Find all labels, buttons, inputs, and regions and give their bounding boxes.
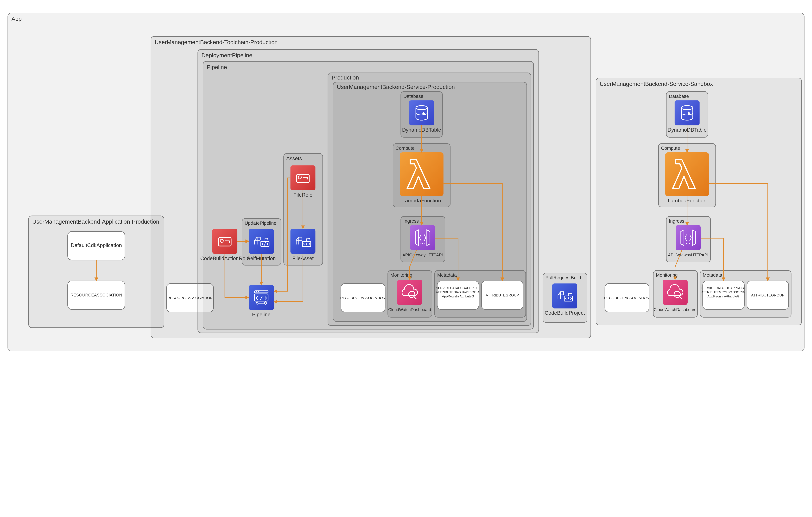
svg-point-11	[267, 238, 268, 240]
label-deployment-pipeline: DeploymentPipeline	[201, 52, 252, 58]
svg-rect-12	[290, 165, 315, 190]
container-application-production: UserManagementBackend-Application-Produc…	[29, 216, 164, 328]
svg-point-35	[570, 293, 572, 294]
label-toolchain: UserManagementBackend-Toolchain-Producti…	[154, 39, 278, 45]
label-assets: Assets	[286, 155, 302, 161]
label-pipeline-wrap: Pipeline	[207, 64, 227, 70]
container-sandbox: UserManagementBackend-Service-Sandbox RE…	[596, 78, 802, 325]
label-app: App	[11, 16, 22, 22]
label-sandbox: UserManagementBackend-Service-Sandbox	[600, 81, 713, 87]
svg-point-26	[258, 291, 259, 292]
text-sandbox-ra: RESOURCEASSOCIATION	[604, 296, 649, 300]
diagram-canvas: App UserManagementBackend-Application-Pr…	[0, 0, 812, 364]
label-update-pipeline: UpdatePipeline	[244, 220, 277, 226]
caption-codebuild-project: CodeBuildProject	[545, 310, 585, 316]
text-service-prod-ra: RESOURCEASSOCIATION	[340, 296, 385, 300]
container-toolchain: UserManagementBackend-Toolchain-Producti…	[151, 36, 591, 338]
svg-point-25	[256, 291, 257, 292]
text-app-prod-resourceassociation: RESOURCEASSOCIATION	[70, 293, 122, 297]
label-production: Production	[331, 74, 359, 81]
label-service-prod: UserManagementBackend-Service-Production	[337, 84, 455, 90]
label-application-production: UserManagementBackend-Application-Produc…	[32, 218, 159, 225]
svg-point-21	[309, 238, 310, 240]
svg-rect-2	[212, 229, 237, 254]
node-pipeline: Pipeline	[249, 285, 274, 317]
caption-pipeline-node: Pipeline	[252, 311, 270, 317]
text-default-cdk-application: DefaultCdkApplication	[70, 242, 122, 248]
label-pr-build: PullRequestBuild	[546, 275, 581, 280]
